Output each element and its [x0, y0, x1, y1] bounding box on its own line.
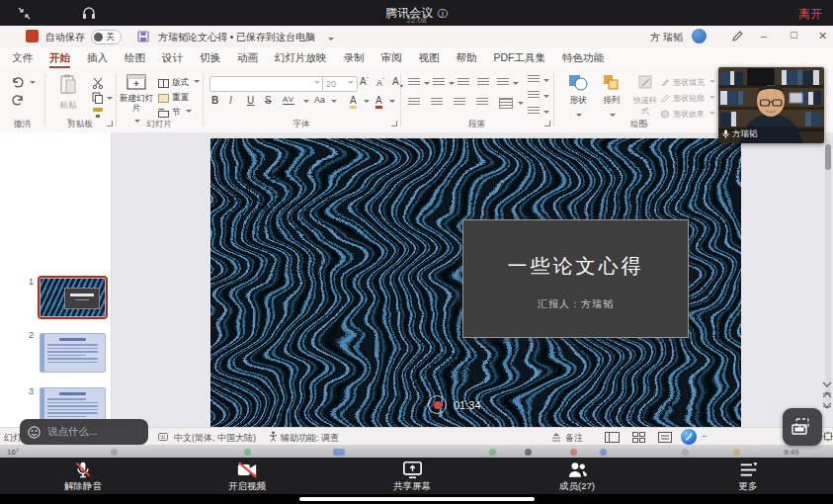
align-center-button[interactable]	[431, 98, 443, 107]
line-spacing-chevron-icon[interactable]	[513, 82, 519, 88]
bullets-chevron-icon[interactable]	[424, 82, 430, 88]
copy-chevron-icon[interactable]	[107, 97, 113, 103]
shape-fill-button[interactable]: 形状填充	[660, 77, 715, 88]
slide-title-box[interactable]: 一些论文心得 汇报人：方瑞韬	[462, 219, 689, 338]
shape-outline-button[interactable]: 形状轮廓	[660, 93, 715, 104]
clear-format-button[interactable]: A✦	[392, 76, 404, 89]
accessibility-status[interactable]: 辅助功能: 调查	[281, 432, 339, 445]
tab-special-features[interactable]: 特色功能	[562, 51, 604, 65]
participant-video-tile[interactable]: 方瑞韬	[718, 67, 824, 143]
home-indicator-handle[interactable]	[299, 497, 535, 501]
previous-slide-button[interactable]	[822, 391, 832, 399]
underline-button[interactable]: U	[247, 95, 254, 106]
strikethrough-button[interactable]: S	[265, 95, 272, 106]
paragraph-dialog-launcher[interactable]	[544, 121, 550, 126]
align-right-button[interactable]	[454, 98, 465, 107]
more-button[interactable]: 更多	[708, 461, 788, 493]
tab-view[interactable]: 视图	[419, 51, 440, 65]
shapes-button[interactable]: 形状	[563, 74, 593, 125]
columns-chevron-icon[interactable]	[518, 102, 524, 108]
tab-home[interactable]: 开始	[49, 51, 70, 66]
normal-view-button[interactable]	[605, 432, 620, 443]
close-button[interactable]: ✕	[818, 30, 827, 42]
increase-indent-button[interactable]	[477, 78, 489, 87]
start-video-button[interactable]: 开启视频	[208, 461, 287, 493]
autosave-toggle[interactable]: 关	[91, 30, 122, 44]
keyboard-icon[interactable]	[158, 433, 168, 441]
scrollbar-thumb[interactable]	[825, 144, 831, 170]
reading-view-button[interactable]	[658, 432, 672, 443]
arrange-button[interactable]: 排列	[597, 74, 626, 125]
tab-animations[interactable]: 动画	[237, 51, 258, 65]
text-highlight-button[interactable]: A	[350, 95, 357, 109]
document-title[interactable]: 方瑞韬论文心得 • 已保存到这台电脑	[158, 31, 315, 44]
char-spacing-chevron-icon[interactable]	[303, 100, 309, 106]
meeting-chat-input[interactable]: 说点什么...	[20, 419, 148, 445]
account-user-name[interactable]: 方 瑞韬	[650, 31, 683, 44]
numbering-chevron-icon[interactable]	[449, 82, 455, 88]
text-direction-button[interactable]	[528, 75, 540, 84]
next-slide-button[interactable]	[822, 401, 832, 409]
decrease-indent-button[interactable]	[458, 78, 469, 87]
font-name-combo[interactable]	[209, 76, 324, 92]
bold-button[interactable]: B	[211, 95, 218, 106]
share-screen-button[interactable]: 共享屏幕	[373, 461, 452, 493]
language-status[interactable]: 中文(简体, 中国大陆)	[174, 432, 256, 445]
avatar[interactable]	[692, 29, 707, 43]
copy-button[interactable]	[92, 92, 103, 104]
italic-button[interactable]: I	[229, 95, 232, 106]
shrink-font-button[interactable]: Aˇ	[376, 77, 384, 88]
text-direction-chevron-icon[interactable]	[543, 79, 549, 85]
slide-thumbnail-2[interactable]	[40, 333, 106, 373]
align-text-button[interactable]	[528, 91, 540, 100]
unmute-button[interactable]: 解除静音	[43, 461, 123, 493]
change-case-chevron-icon[interactable]	[331, 100, 337, 106]
smartart-chevron-icon[interactable]	[543, 111, 549, 117]
tab-insert[interactable]: 插入	[87, 51, 108, 65]
undo-button[interactable]	[11, 76, 25, 88]
vertical-scrollbar[interactable]	[825, 138, 831, 405]
zoom-out-button[interactable]: −	[702, 431, 707, 441]
columns-button[interactable]	[499, 98, 513, 109]
minimize-button[interactable]: –	[761, 30, 767, 42]
line-spacing-button[interactable]	[497, 78, 509, 87]
highlight-chevron-icon[interactable]	[364, 100, 370, 106]
reset-button[interactable]: 重置	[158, 92, 189, 104]
tab-slideshow[interactable]: 幻灯片放映	[275, 51, 327, 65]
tab-record[interactable]: 录制	[344, 51, 365, 65]
tab-draw[interactable]: 绘图	[125, 51, 145, 65]
numbering-button[interactable]	[433, 78, 445, 87]
section-button[interactable]: 节	[158, 107, 192, 119]
change-case-button[interactable]: Aa	[314, 95, 325, 105]
slide-sorter-view-button[interactable]	[632, 432, 645, 443]
tab-design[interactable]: 设计	[162, 51, 183, 65]
align-left-button[interactable]	[408, 98, 420, 107]
redo-button[interactable]	[11, 94, 25, 106]
clipboard-dialog-launcher[interactable]	[107, 121, 113, 126]
tab-review[interactable]: 审阅	[381, 51, 402, 65]
members-button[interactable]: 成员(27)	[538, 461, 617, 493]
picture-in-picture-button[interactable]	[783, 408, 822, 446]
font-color-chevron-icon[interactable]	[389, 100, 395, 106]
slide-thumbnail-1[interactable]	[40, 278, 106, 317]
grow-font-button[interactable]: Aˆ	[360, 76, 369, 87]
layout-button[interactable]: 版式	[158, 77, 200, 89]
maximize-button[interactable]: ▢	[790, 30, 798, 40]
font-dialog-launcher[interactable]	[391, 121, 397, 126]
char-spacing-button[interactable]: AV	[283, 95, 294, 105]
font-color-button[interactable]: A	[375, 95, 382, 109]
notes-button[interactable]: 备注	[565, 432, 583, 445]
bullets-button[interactable]	[408, 78, 420, 87]
leave-meeting-button[interactable]: 离开	[798, 6, 822, 23]
slideshow-blue-badge[interactable]	[681, 429, 697, 445]
recording-indicator[interactable]: 01:34	[428, 395, 481, 414]
cut-button[interactable]	[92, 77, 104, 89]
tab-help[interactable]: 帮助	[457, 51, 477, 65]
align-text-chevron-icon[interactable]	[543, 95, 549, 101]
fit-to-window-button[interactable]	[823, 431, 833, 442]
tab-file[interactable]: 文件	[12, 51, 33, 65]
edit-pencil-icon[interactable]	[731, 31, 743, 42]
format-painter-button[interactable]	[92, 107, 104, 119]
justify-button[interactable]	[476, 98, 488, 107]
scroll-down-arrow-icon[interactable]	[822, 380, 832, 388]
